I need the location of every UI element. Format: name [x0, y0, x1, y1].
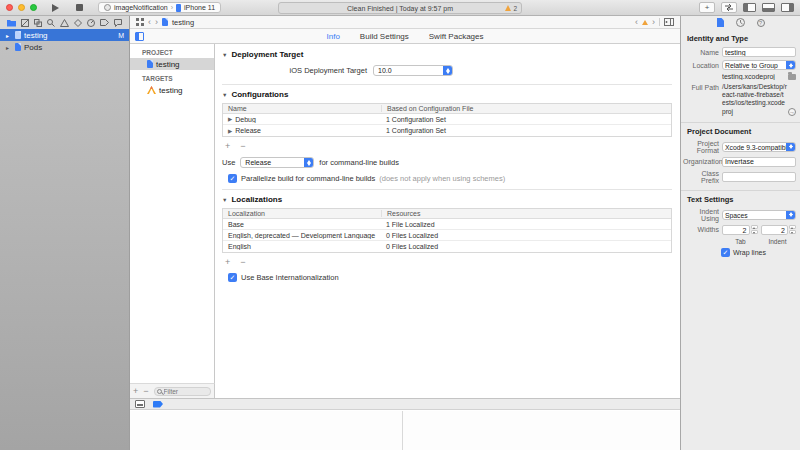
- sidebar-item-pods[interactable]: ▸ Pods: [0, 41, 129, 53]
- add-editor-button[interactable]: [664, 18, 674, 26]
- column-resources[interactable]: Resources: [381, 210, 671, 217]
- tab-info[interactable]: Info: [327, 32, 340, 41]
- breakpoints-toggle-button[interactable]: [153, 401, 163, 408]
- reveal-in-finder-arrow-icon[interactable]: →: [788, 108, 796, 116]
- run-button[interactable]: [52, 4, 59, 12]
- disclosure-right-icon[interactable]: ▶: [228, 116, 232, 122]
- debug-area: [130, 411, 680, 450]
- project-item[interactable]: testing: [130, 58, 214, 70]
- jump-bar-file[interactable]: testing: [172, 18, 194, 27]
- remove-target-button[interactable]: −: [143, 387, 148, 396]
- sidebar-item-testing[interactable]: ▸ testing M: [0, 29, 129, 41]
- file-inspector-icon[interactable]: [717, 18, 724, 27]
- localizations-section-header[interactable]: ▼ Localizations: [222, 195, 672, 204]
- zoom-window-button[interactable]: [30, 4, 37, 11]
- symbol-navigator-icon[interactable]: [34, 19, 42, 27]
- scheme-selector[interactable]: imageNotification › iPhone 11: [98, 2, 221, 13]
- disclosure-down-icon[interactable]: ▼: [222, 52, 227, 58]
- disclosure-down-icon[interactable]: ▼: [222, 197, 227, 203]
- stepper-arrows-icon[interactable]: [789, 225, 796, 234]
- popup-value: Release: [241, 158, 304, 167]
- debug-navigator-icon[interactable]: [87, 19, 95, 27]
- disclosure-triangle-icon[interactable]: ▸: [6, 32, 12, 39]
- table-row[interactable]: English 0 Files Localized: [223, 241, 671, 252]
- toggle-inspector-button[interactable]: [781, 3, 794, 12]
- filter-field[interactable]: [154, 387, 211, 396]
- history-inspector-icon[interactable]: [736, 18, 745, 27]
- ios-deployment-target-popup[interactable]: 10.0: [373, 65, 453, 76]
- stepper-arrows-icon[interactable]: [751, 225, 758, 234]
- issue-navigator-icon[interactable]: [60, 19, 69, 27]
- remove-localization-button[interactable]: −: [240, 258, 245, 267]
- find-navigator-icon[interactable]: [47, 19, 55, 27]
- filter-input[interactable]: [164, 388, 208, 395]
- disclosure-triangle-icon[interactable]: ▸: [6, 44, 12, 51]
- project-item-label: testing: [156, 60, 180, 69]
- warning-badge[interactable]: 2: [505, 5, 517, 12]
- toggle-navigator-button[interactable]: [743, 3, 756, 12]
- location-popup[interactable]: Relative to Group: [722, 60, 796, 70]
- command-line-config-popup[interactable]: Release: [240, 157, 314, 168]
- next-issue-button[interactable]: ›: [652, 17, 655, 27]
- table-row[interactable]: English, deprecated — Development Langua…: [223, 230, 671, 241]
- close-window-button[interactable]: [6, 4, 13, 11]
- full-path-value: /Users/kans/Desktop/react-native-firebas…: [722, 83, 787, 115]
- issue-warning-icon: [642, 20, 648, 25]
- class-prefix-field[interactable]: [722, 172, 796, 182]
- report-navigator-icon[interactable]: [114, 19, 122, 27]
- config-name: Release: [235, 127, 261, 134]
- disclosure-down-icon[interactable]: ▼: [222, 92, 227, 98]
- organization-row: Organization: [683, 157, 796, 167]
- project-navigator-icon[interactable]: [7, 19, 16, 27]
- console-view[interactable]: [403, 411, 680, 450]
- deployment-target-section-header[interactable]: ▼ Deployment Target: [222, 50, 672, 59]
- tab-swift-packages[interactable]: Swift Packages: [429, 32, 484, 41]
- project-document-title: Project Document: [687, 127, 794, 136]
- table-row[interactable]: ▶Release 1 Configuration Set: [223, 125, 671, 136]
- indent-width-stepper[interactable]: 2: [761, 225, 797, 235]
- remove-configuration-button[interactable]: −: [240, 142, 245, 151]
- tab-build-settings[interactable]: Build Settings: [360, 32, 409, 41]
- table-row[interactable]: Base 1 File Localized: [223, 219, 671, 230]
- choose-folder-icon[interactable]: [788, 74, 796, 80]
- forward-button[interactable]: ›: [155, 17, 158, 27]
- code-review-button[interactable]: [721, 2, 737, 13]
- container-row: testing.xcodeproj: [683, 73, 796, 80]
- disclosure-right-icon[interactable]: ▶: [228, 128, 232, 134]
- wrap-lines-checkbox[interactable]: [721, 248, 730, 257]
- configurations-section-header[interactable]: ▼ Configurations: [222, 90, 672, 99]
- base-internationalization-checkbox[interactable]: [228, 273, 237, 282]
- stop-button[interactable]: [76, 4, 83, 11]
- tab-width-stepper[interactable]: 2: [722, 225, 758, 235]
- name-field[interactable]: [722, 47, 796, 57]
- variables-view[interactable]: [130, 411, 403, 450]
- back-button[interactable]: ‹: [148, 17, 151, 27]
- previous-issue-button[interactable]: ‹: [635, 17, 638, 27]
- add-configuration-button[interactable]: +: [225, 142, 230, 151]
- hide-debug-area-button[interactable]: [135, 400, 145, 408]
- column-based-on[interactable]: Based on Configuration File: [381, 105, 671, 112]
- add-localization-button[interactable]: +: [225, 258, 230, 267]
- minimize-window-button[interactable]: [18, 4, 25, 11]
- breakpoint-navigator-icon[interactable]: [100, 19, 109, 26]
- project-format-popup[interactable]: Xcode 9.3-compatible: [722, 142, 796, 152]
- test-navigator-icon[interactable]: [74, 19, 82, 27]
- column-localization[interactable]: Localization: [223, 210, 381, 217]
- localization-resources: 0 Files Localized: [381, 232, 671, 239]
- add-target-button[interactable]: +: [133, 387, 138, 396]
- source-control-navigator-icon[interactable]: [21, 19, 29, 27]
- parallelize-checkbox[interactable]: [228, 174, 237, 183]
- target-item[interactable]: testing: [130, 84, 214, 96]
- indent-width-value[interactable]: 2: [761, 225, 789, 235]
- organization-field[interactable]: [722, 157, 796, 167]
- toggle-debug-area-button[interactable]: [762, 3, 775, 12]
- activity-viewer[interactable]: Clean Finished | Today at 9:57 pm 2: [278, 2, 522, 14]
- related-items-icon[interactable]: [136, 18, 144, 26]
- column-name[interactable]: Name: [223, 105, 381, 112]
- indent-using-popup[interactable]: Spaces: [722, 210, 796, 220]
- source-control-status-badge: M: [118, 32, 124, 39]
- tab-width-value[interactable]: 2: [722, 225, 750, 235]
- table-row[interactable]: ▶Debug 1 Configuration Set: [223, 114, 671, 125]
- library-button[interactable]: +: [699, 2, 715, 13]
- quick-help-inspector-icon[interactable]: ?: [757, 19, 765, 27]
